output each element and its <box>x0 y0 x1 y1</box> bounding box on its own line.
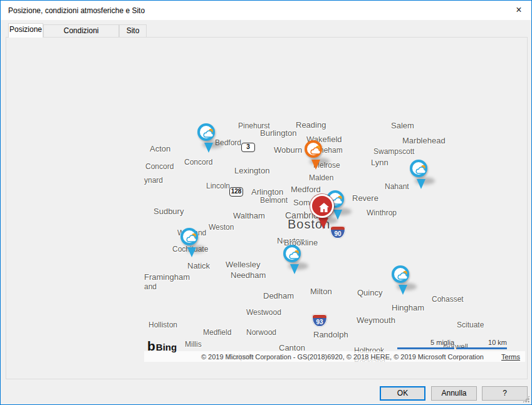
tab-condizioni-atmosferiche[interactable]: Condizioni atmosferiche <box>43 24 119 38</box>
map-label: Belmont <box>260 196 288 205</box>
map-label: Nahant <box>385 182 409 191</box>
map-label: Concord <box>145 162 174 171</box>
ok-button[interactable]: OK <box>380 386 425 401</box>
map-label: Westwood <box>246 308 281 317</box>
map-label: Weston <box>209 223 234 232</box>
weather-icon <box>197 123 215 141</box>
weather-icon <box>283 245 301 262</box>
scale-km-label: 10 km <box>457 339 507 346</box>
weather-station-pin[interactable] <box>392 265 414 300</box>
map-label: Weymouth <box>357 315 395 325</box>
map-label: Quincy <box>357 288 382 297</box>
map-label: Millis <box>185 340 202 349</box>
close-icon[interactable]: × <box>506 1 531 20</box>
route-shield-icon: 128 <box>229 187 243 197</box>
map-label: Scituate <box>457 320 484 329</box>
map-attribution: © 2019 Microsoft Corporation - GS(2018)6… <box>201 353 484 361</box>
map-label: Dedham <box>263 291 294 300</box>
dialog-title: Posizione, condizioni atmosferiche e Sit… <box>8 6 145 15</box>
weather-icon <box>180 228 198 245</box>
map-label: Waltham <box>233 211 265 220</box>
map-label: Lincoln <box>206 182 230 190</box>
map-label: Norwood <box>246 328 276 337</box>
title-bar[interactable]: Posizione, condizioni atmosferiche e Sit… <box>1 1 531 20</box>
map-label: Wellesley <box>226 260 260 269</box>
map-label: Randolph <box>313 330 348 339</box>
map-label: Sudbury <box>154 207 184 216</box>
map-label: Cohasset <box>432 295 464 304</box>
map-label: Woburn <box>274 145 302 155</box>
scale-bar-km <box>457 347 507 349</box>
tab-posizione[interactable]: Posizione <box>8 23 43 38</box>
map-label: Arlington <box>251 187 283 197</box>
map-label: and <box>144 282 157 291</box>
map-label: Burlington <box>260 128 297 138</box>
map-label: Hingham <box>392 303 424 312</box>
map-label: Marblehead <box>402 136 446 145</box>
weather-station-pin[interactable] <box>197 123 220 158</box>
help-button[interactable]: ? <box>482 386 528 401</box>
map-label: Holliston <box>149 320 177 329</box>
route-shield-icon: 3 <box>241 143 255 152</box>
cancel-button[interactable]: Annulla <box>431 386 477 401</box>
weather-station-pin[interactable] <box>410 160 432 195</box>
home-icon <box>310 194 334 218</box>
map-label: Milton <box>310 287 332 296</box>
map-label: Medfield <box>203 328 231 337</box>
weather-station-pin[interactable] <box>283 245 306 280</box>
map-label: Revere <box>352 193 378 203</box>
map-label: Needham <box>231 270 266 280</box>
map-label: Medford <box>291 185 321 194</box>
weather-station-pin[interactable] <box>305 140 327 175</box>
scale-miles-label: 5 miglia <box>397 339 454 346</box>
weather-icon <box>305 140 322 158</box>
terms-link[interactable]: Terms <box>501 353 520 361</box>
map-label: ynard <box>144 176 163 185</box>
weather-station-pin[interactable] <box>180 228 203 263</box>
map-label: Lexington <box>234 166 269 175</box>
map-label: Salem <box>391 121 414 130</box>
map-label: Reading <box>296 120 326 130</box>
tab-sito[interactable]: Sito <box>119 24 147 38</box>
scale-bar-miles <box>397 347 454 349</box>
weather-icon <box>392 265 409 283</box>
map-label: Lynn <box>371 158 389 167</box>
map-label: Winthrop <box>367 208 397 217</box>
project-location-pin[interactable] <box>310 194 333 229</box>
map-label: Acton <box>150 144 170 153</box>
bing-logo: bBing <box>147 339 177 354</box>
map-label: Concord <box>184 158 212 167</box>
weather-icon <box>410 160 427 177</box>
map-label: Framingham <box>144 272 190 282</box>
location-weather-site-dialog: Posizione, condizioni atmosferiche e Sit… <box>0 0 532 405</box>
map-label: Swampscott <box>373 147 414 156</box>
